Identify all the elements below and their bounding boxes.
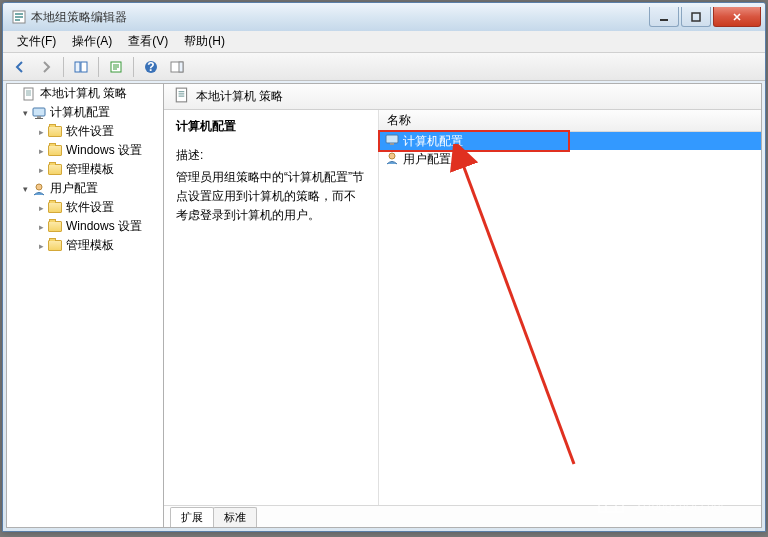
tree-label: 管理模板 [66,237,114,254]
menu-help[interactable]: 帮助(H) [176,31,233,52]
close-button[interactable] [713,7,761,27]
list-item-label: 计算机配置 [403,133,463,150]
folder-icon [47,239,63,253]
description-text: 管理员用组策略中的“计算机配置”节点设置应用到计算机的策略，而不考虑登录到计算机… [176,168,366,226]
svg-rect-14 [33,108,45,116]
list-panel: 名称 计算机配置 用户配置 [378,110,761,505]
menu-action[interactable]: 操作(A) [64,31,120,52]
details-panel: 计算机配置 描述: 管理员用组策略中的“计算机配置”节点设置应用到计算机的策略，… [164,110,378,505]
tree-label: 软件设置 [66,123,114,140]
tree-label: Windows 设置 [66,218,142,235]
tree-root[interactable]: 本地计算机 策略 [7,84,163,103]
tree-label: Windows 设置 [66,142,142,159]
properties-button[interactable] [105,56,127,78]
tree-computer-config[interactable]: 计算机配置 [7,103,163,122]
tree-label: 用户配置 [50,180,98,197]
toolbar-separator [98,57,99,77]
svg-rect-12 [179,62,183,72]
tree-label: 管理模板 [66,161,114,178]
folder-icon [47,201,63,215]
tree-arrow-icon[interactable] [35,241,47,251]
tree-software-settings[interactable]: 软件设置 [7,122,163,141]
folder-icon [47,144,63,158]
svg-rect-3 [15,19,20,21]
svg-point-17 [36,184,42,190]
forward-button[interactable] [35,56,57,78]
svg-rect-16 [35,118,43,119]
svg-rect-5 [692,13,700,21]
show-hide-tree-button[interactable] [70,56,92,78]
document-icon [174,87,190,106]
app-window: 本地组策略编辑器 文件(F) 操作(A) 查看(V) 帮助(H) ? 本 [2,2,766,532]
help-button[interactable]: ? [140,56,162,78]
svg-rect-1 [15,13,23,15]
window-controls [647,7,761,27]
folder-icon [47,220,63,234]
details-area: 计算机配置 描述: 管理员用组策略中的“计算机配置”节点设置应用到计算机的策略，… [164,110,761,505]
back-button[interactable] [9,56,31,78]
window-title: 本地组策略编辑器 [31,9,647,26]
svg-point-21 [389,153,395,159]
menubar: 文件(F) 操作(A) 查看(V) 帮助(H) [3,31,765,53]
tree-label: 计算机配置 [50,104,110,121]
tree-windows-settings[interactable]: Windows 设置 [7,141,163,160]
content-title: 本地计算机 策略 [196,88,283,105]
tree-arrow-icon[interactable] [19,108,31,118]
user-icon [385,151,399,168]
tab-standard[interactable]: 标准 [213,507,257,527]
tree-label: 本地计算机 策略 [40,85,127,102]
toolbar: ? [3,53,765,81]
tree-admin-templates[interactable]: 管理模板 [7,160,163,179]
svg-rect-19 [386,135,398,143]
tree-arrow-icon[interactable] [35,165,47,175]
tree-arrow-icon[interactable] [19,184,31,194]
svg-text:?: ? [147,60,154,74]
tree-admin-templates-2[interactable]: 管理模板 [7,236,163,255]
app-icon [11,9,27,25]
tabs-bar: 扩展 标准 [164,505,761,527]
tree-arrow-icon[interactable] [35,222,47,232]
right-pane: 本地计算机 策略 计算机配置 描述: 管理员用组策略中的“计算机配置”节点设置应… [164,83,762,528]
svg-rect-6 [75,62,80,72]
tab-extended[interactable]: 扩展 [170,507,214,527]
svg-rect-13 [24,88,33,100]
tree-arrow-icon[interactable] [35,127,47,137]
titlebar[interactable]: 本地组策略编辑器 [3,3,765,31]
svg-rect-2 [15,16,23,18]
toolbar-separator [63,57,64,77]
folder-icon [47,163,63,177]
svg-rect-15 [37,116,41,118]
content-area: 本地计算机 策略 计算机配置 软件设置 Windows 设置 管理模板 [6,83,762,528]
computer-icon [385,134,399,149]
list-item-computer-config[interactable]: 计算机配置 [379,132,761,150]
minimize-button[interactable] [649,7,679,27]
tree-label: 软件设置 [66,199,114,216]
svg-rect-7 [81,62,87,72]
tree-pane[interactable]: 本地计算机 策略 计算机配置 软件设置 Windows 设置 管理模板 [6,83,164,528]
svg-rect-4 [660,19,668,21]
menu-view[interactable]: 查看(V) [120,31,176,52]
selected-item-title: 计算机配置 [176,118,366,135]
user-icon [31,182,47,196]
tree-arrow-icon[interactable] [35,146,47,156]
show-hide-action-pane-button[interactable] [166,56,188,78]
maximize-button[interactable] [681,7,711,27]
column-header-name[interactable]: 名称 [379,110,761,132]
tree-windows-settings-2[interactable]: Windows 设置 [7,217,163,236]
computer-icon [31,106,47,120]
menu-file[interactable]: 文件(F) [9,31,64,52]
tree-software-settings-2[interactable]: 软件设置 [7,198,163,217]
document-icon [21,87,37,101]
list-item-label: 用户配置 [403,151,451,168]
tree-user-config[interactable]: 用户配置 [7,179,163,198]
toolbar-separator [133,57,134,77]
folder-icon [47,125,63,139]
list-item-user-config[interactable]: 用户配置 [379,150,761,168]
svg-rect-18 [176,88,186,102]
description-label: 描述: [176,147,366,164]
tree-arrow-icon[interactable] [35,203,47,213]
svg-rect-20 [390,143,394,145]
content-header: 本地计算机 策略 [164,84,761,110]
